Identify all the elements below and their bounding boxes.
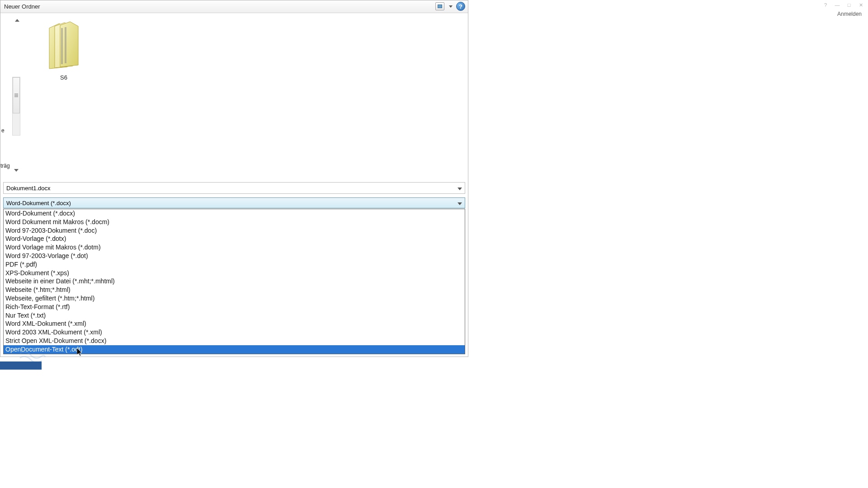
filetype-option[interactable]: Nur Text (*.txt) — [4, 311, 465, 320]
parent-help-icon[interactable]: ? — [823, 2, 828, 8]
scroll-up-icon[interactable] — [14, 17, 20, 23]
view-mode-button[interactable] — [435, 2, 444, 10]
parent-titlebar: ? — □ ✕ — [470, 0, 868, 10]
filetype-option[interactable]: Word 97-2003-Vorlage (*.dot) — [4, 252, 465, 260]
scrollbar-track[interactable] — [12, 77, 20, 136]
filetype-selected-value: Word-Dokument (*.docx) — [6, 200, 71, 206]
filetype-option[interactable]: Word-Dokument (*.docx) — [4, 209, 465, 218]
folder-icon — [41, 19, 86, 72]
watermark — [19, 352, 46, 362]
filetype-option[interactable]: Word 97-2003-Dokument (*.doc) — [4, 226, 465, 235]
dialog-title: Neuer Ordner — [4, 3, 40, 10]
help-button[interactable]: ? — [456, 2, 465, 11]
filetype-option[interactable]: XPS-Dokument (*.xps) — [4, 269, 465, 277]
view-mode-dropdown-icon[interactable] — [449, 5, 453, 8]
sign-in-link[interactable]: Anmelden — [837, 11, 862, 17]
help-icon: ? — [459, 3, 462, 10]
filetype-option[interactable]: Word-Vorlage (*.dotx) — [4, 235, 465, 243]
filename-combobox[interactable]: Dokument1.docx — [3, 182, 465, 194]
nav-text-fragment: träg — [0, 163, 10, 169]
view-mode-icon — [438, 5, 442, 8]
scrollbar-thumb[interactable] — [13, 77, 20, 113]
filename-value: Dokument1.docx — [6, 185, 51, 192]
filetype-option[interactable]: Strict Open XML-Dokument (*.docx) — [4, 337, 465, 345]
save-dialog: Neuer Ordner ? e träg — [0, 0, 468, 357]
mouse-cursor — [77, 348, 84, 358]
svg-rect-1 — [65, 27, 66, 63]
filetype-option[interactable]: Webseite in einer Datei (*.mht;*.mhtml) — [4, 277, 465, 286]
folder-item[interactable]: S6 — [37, 19, 91, 81]
filetype-option[interactable]: Word Vorlage mit Makros (*.dotm) — [4, 243, 465, 252]
dialog-titlebar: Neuer Ordner ? — [0, 0, 468, 13]
file-list-pane[interactable]: S6 — [23, 14, 468, 177]
filetype-option[interactable]: Word 2003 XML-Dokument (*.xml) — [4, 328, 465, 337]
filetype-dropdown-list[interactable]: Word-Dokument (*.docx)Word Dokument mit … — [3, 209, 465, 354]
parent-minimize-icon[interactable]: — — [835, 2, 840, 8]
nav-text-fragment: e — [1, 127, 5, 134]
filetype-option[interactable]: Word XML-Dokument (*.xml) — [4, 319, 465, 328]
parent-close-icon[interactable]: ✕ — [858, 2, 863, 8]
filetype-option[interactable]: Webseite, gefiltert (*.htm;*.html) — [4, 294, 465, 303]
parent-maximize-icon[interactable]: □ — [846, 2, 852, 8]
filetype-option[interactable]: Word Dokument mit Makros (*.docm) — [4, 218, 465, 226]
taskbar-fragment — [0, 361, 42, 370]
svg-rect-0 — [61, 28, 63, 64]
chevron-down-icon[interactable] — [458, 200, 462, 206]
filetype-option[interactable]: PDF (*.pdf) — [4, 260, 465, 269]
filetype-option[interactable]: Webseite (*.htm;*.html) — [4, 286, 465, 294]
nav-pane-stub: e träg — [0, 14, 23, 177]
filetype-option[interactable]: Rich-Text-Format (*.rtf) — [4, 303, 465, 311]
filetype-combobox[interactable]: Word-Dokument (*.docx) — [3, 197, 465, 208]
filetype-option[interactable]: OpenDocument-Text (*.odt) — [4, 345, 465, 354]
parent-window: ? — □ ✕ Anmelden — [470, 0, 868, 25]
chevron-down-icon[interactable] — [458, 185, 462, 192]
folder-label: S6 — [37, 74, 91, 81]
